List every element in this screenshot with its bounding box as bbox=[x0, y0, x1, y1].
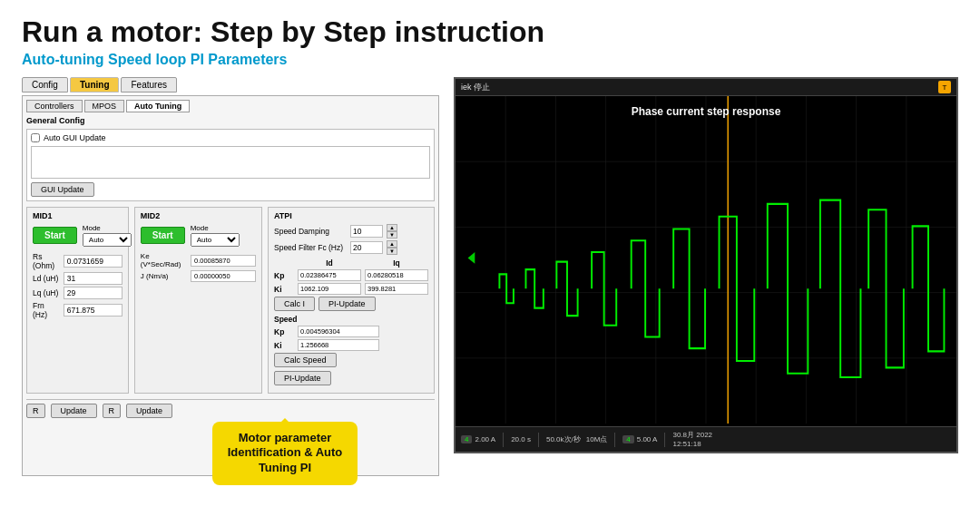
mid1-update-button[interactable]: Update bbox=[51, 404, 97, 418]
scope-freq-item: 50.0k次/秒 10M点 bbox=[546, 434, 607, 444]
atpi-speed-damping-spin: ▲ ▼ bbox=[387, 224, 397, 239]
mid2-ke-label: Ke (V*Sec/Rad) bbox=[141, 252, 187, 268]
oscilloscope-panel: iek 停止 T Phase current step response bbox=[454, 77, 958, 453]
callout-bubble: Motor parameter Identification & Auto Tu… bbox=[212, 422, 358, 486]
scope-time: 12:51:18 bbox=[672, 440, 712, 449]
atpi-speed-damping-down[interactable]: ▼ bbox=[387, 231, 397, 239]
mid2-mode-label: Mode bbox=[191, 224, 240, 232]
atpi-speed-damping-value[interactable] bbox=[350, 225, 383, 238]
page-subtitle: Auto-tuning Speed loop PI Parameters bbox=[22, 52, 958, 68]
atpi-speed-filter-row: Speed Filter Fc (Hz) ▲ ▼ bbox=[274, 240, 428, 255]
id-header: Id bbox=[298, 258, 361, 268]
pi-update-speed-row: PI-Update bbox=[274, 371, 428, 385]
tab-config[interactable]: Config bbox=[22, 77, 68, 93]
speed-ki-value[interactable] bbox=[298, 339, 379, 351]
speed-section: Speed Kp Ki Calc Speed bbox=[274, 315, 428, 385]
mid2-title: MID2 bbox=[141, 211, 256, 220]
mid2-mode-select[interactable]: Auto bbox=[191, 233, 240, 247]
mid1-r-button[interactable]: R bbox=[26, 404, 45, 418]
scope-freq-sub: 10M点 bbox=[586, 434, 608, 444]
kp-id-value[interactable] bbox=[298, 269, 361, 281]
mid1-title: MID1 bbox=[33, 211, 122, 220]
mid2-ke-value[interactable] bbox=[191, 255, 256, 267]
mid1-frn-label: Frn (Hz) bbox=[33, 301, 60, 319]
mid1-rs-row: Rs (Ohm) bbox=[33, 252, 122, 270]
speed-ki-row: Ki bbox=[274, 339, 428, 351]
mid1-frn-value[interactable] bbox=[64, 304, 122, 317]
atpi-speed-damping-label: Speed Damping bbox=[274, 227, 347, 236]
config-panel: Controllers MPOS Auto Tuning General Con… bbox=[22, 95, 439, 476]
mid1-frn-row: Frn (Hz) bbox=[33, 301, 122, 319]
scope-div-value: 5.00 A bbox=[637, 435, 658, 443]
atpi-title: ATPI bbox=[274, 211, 428, 220]
kp-row: Kp bbox=[274, 269, 428, 281]
auto-gui-update-checkbox[interactable] bbox=[31, 133, 40, 142]
scope-date: 30.8月 2022 bbox=[672, 431, 712, 440]
scope-freq-value: 50.0k次/秒 bbox=[546, 434, 581, 444]
atpi-speed-damping-up[interactable]: ▲ bbox=[387, 224, 397, 231]
calc-speed-row: Calc Speed bbox=[274, 353, 428, 367]
scope-ch4-item: 4 2.00 A bbox=[461, 435, 495, 443]
general-config-label: General Config bbox=[26, 116, 435, 125]
mid1-ld-row: Ld (uH) bbox=[33, 272, 122, 285]
mid1-mode-select[interactable]: Auto bbox=[83, 233, 132, 247]
mid2-box: MID2 Start Mode Auto Ke (V*Sec/Rad) bbox=[134, 207, 262, 394]
scope-time-item: 20.0 s bbox=[511, 435, 531, 443]
mid1-mode-label: Mode bbox=[83, 224, 132, 232]
scope-body: Phase current step response bbox=[456, 96, 956, 424]
kp-label: Kp bbox=[274, 271, 294, 280]
mid1-lq-row: Lq (uH) bbox=[33, 287, 122, 299]
ki-label: Ki bbox=[274, 285, 294, 294]
ki-iq-value[interactable] bbox=[365, 283, 428, 295]
scope-div-badge: 4 bbox=[622, 435, 633, 443]
scope-header: iek 停止 T bbox=[456, 79, 956, 96]
general-config-box: Auto GUI Update GUI Update bbox=[26, 129, 435, 201]
scope-ch4-badge: 4 bbox=[461, 435, 472, 443]
scope-div-item: 4 5.00 A bbox=[622, 435, 657, 443]
atpi-box: ATPI Speed Damping ▲ ▼ Speed Filter Fc (… bbox=[268, 207, 435, 394]
atpi-speed-filter-value[interactable] bbox=[350, 241, 383, 254]
scope-waveform bbox=[456, 96, 956, 424]
mid-atpi-section: MID1 Start Mode Auto Rs (Ohm) bbox=[26, 207, 435, 394]
pi-update-speed-button[interactable]: PI-Update bbox=[274, 371, 331, 385]
id-iq-header: Id Iq bbox=[298, 258, 428, 268]
svg-marker-14 bbox=[468, 252, 475, 264]
auto-gui-update-label: Auto GUI Update bbox=[44, 133, 106, 142]
id-iq-section: Id Iq Kp Ki bbox=[274, 258, 428, 295]
mid2-r-button[interactable]: R bbox=[103, 404, 122, 418]
kp-iq-value[interactable] bbox=[365, 269, 428, 281]
mid1-rs-value[interactable] bbox=[64, 255, 122, 268]
speed-kp-value[interactable] bbox=[298, 326, 379, 337]
speed-kp-row: Kp bbox=[274, 326, 428, 337]
speed-kp-label: Kp bbox=[274, 327, 294, 336]
mid2-ke-row: Ke (V*Sec/Rad) bbox=[141, 252, 256, 268]
sub-tab-autotuning[interactable]: Auto Tuning bbox=[126, 100, 190, 112]
mid2-start-button[interactable]: Start bbox=[141, 227, 185, 244]
left-panel: Config Tuning Features Controllers MPOS … bbox=[22, 77, 439, 476]
ki-id-value[interactable] bbox=[298, 283, 361, 295]
pi-update-button[interactable]: PI-Update bbox=[318, 297, 376, 311]
speed-ki-label: Ki bbox=[274, 341, 294, 350]
gui-update-button[interactable]: GUI Update bbox=[31, 182, 94, 197]
scope-header-text: iek 停止 bbox=[461, 82, 490, 93]
mid1-ld-value[interactable] bbox=[64, 272, 122, 285]
mid1-start-button[interactable]: Start bbox=[33, 227, 77, 244]
mid1-lq-value[interactable] bbox=[64, 287, 122, 299]
mid2-j-value[interactable] bbox=[191, 270, 256, 282]
bottom-bar: R Update R Update bbox=[26, 399, 435, 418]
calc-speed-button[interactable]: Calc Speed bbox=[274, 353, 337, 367]
config-textarea[interactable] bbox=[31, 146, 430, 179]
atpi-speed-filter-up[interactable]: ▲ bbox=[387, 240, 397, 248]
sub-tab-mpos[interactable]: MPOS bbox=[84, 100, 125, 112]
ki-row: Ki bbox=[274, 283, 428, 295]
tab-tuning[interactable]: Tuning bbox=[70, 77, 120, 93]
sub-tab-controllers[interactable]: Controllers bbox=[26, 100, 83, 112]
mid2-update-button[interactable]: Update bbox=[126, 404, 172, 418]
mid2-j-label: J (Nm/a) bbox=[141, 272, 187, 280]
speed-section-label: Speed bbox=[274, 315, 428, 324]
atpi-speed-damping-row: Speed Damping ▲ ▼ bbox=[274, 224, 428, 239]
tab-features[interactable]: Features bbox=[121, 77, 176, 93]
mid1-lq-label: Lq (uH) bbox=[33, 288, 60, 297]
atpi-speed-filter-down[interactable]: ▼ bbox=[387, 248, 397, 255]
calc-i-button[interactable]: Calc I bbox=[274, 297, 315, 311]
